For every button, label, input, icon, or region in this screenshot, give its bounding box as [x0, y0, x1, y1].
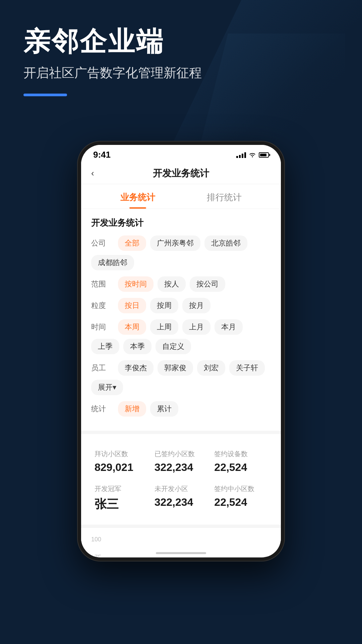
filter-tag-lastweek[interactable]: 上周: [150, 319, 178, 335]
filter-tag-thismonth[interactable]: 本月: [215, 319, 243, 335]
stat-item-1: 已签约小区数 322,234: [151, 444, 211, 479]
filter-label-time: 时间: [91, 322, 111, 332]
phone-frame: 9:41: [77, 141, 285, 561]
status-icons: [236, 152, 269, 158]
content-divider-1: [81, 431, 281, 434]
tab-business-stats[interactable]: 业务统计: [95, 184, 181, 209]
wifi-icon: [249, 152, 256, 158]
filter-tag-byday[interactable]: 按日: [118, 298, 146, 313]
stat-label-4: 未开发小区: [155, 484, 208, 493]
stat-label-2: 签约设备数: [214, 449, 267, 459]
filter-row-granularity: 粒度 按日 按周 按月: [91, 298, 271, 313]
filter-label-scope: 范围: [91, 279, 111, 289]
back-button[interactable]: ‹: [91, 168, 94, 178]
app-content: ‹ 开发业务统计 业务统计 排行统计 开发业务统计 公司 全部 广州亲粤邻: [81, 163, 281, 556]
main-title: 亲邻企业端: [23, 27, 339, 56]
filter-tag-byperson[interactable]: 按人: [158, 276, 186, 292]
signal-bar-4: [244, 152, 246, 158]
filter-tag-gz[interactable]: 广州亲粤邻: [150, 235, 200, 251]
blue-accent-bar: [23, 94, 67, 96]
filter-label-statstype: 统计: [91, 404, 111, 414]
filter-tag-lastmonth[interactable]: 上月: [182, 319, 210, 335]
filter-row-employee: 员工 李俊杰 郭家俊 刘宏 关子轩 展开▾: [91, 360, 271, 395]
stat-item-4: 未开发小区 322,234: [151, 479, 211, 518]
filter-tag-emp4[interactable]: 关子轩: [229, 360, 265, 376]
y-label-100: 100: [91, 536, 101, 543]
signal-bar-3: [242, 154, 243, 158]
filter-tag-bymonth[interactable]: 按月: [182, 298, 210, 313]
y-label-75: 75: [91, 554, 101, 556]
filter-row-company: 公司 全部 广州亲粤邻 北京皓邻 成都皓邻: [91, 235, 271, 270]
stat-label-5: 签约中小区数: [214, 484, 267, 493]
stat-label-0: 拜访小区数: [95, 449, 148, 459]
stats-section: 拜访小区数 829,021 已签约小区数 322,234 签约设备数 22,52…: [81, 437, 281, 525]
stat-label-1: 已签约小区数: [155, 449, 208, 459]
stat-value-5: 22,524: [214, 496, 267, 508]
subtitle: 开启社区广告数字化管理新征程: [23, 64, 339, 82]
filter-tag-custom[interactable]: 自定义: [156, 339, 191, 354]
chart-y-axis: 100 75 50 25: [91, 536, 101, 556]
filter-row-scope: 范围 按时间 按人 按公司: [91, 276, 271, 292]
stat-item-5: 签约中小区数 22,524: [211, 479, 271, 518]
filter-tag-thisseason[interactable]: 本季: [123, 339, 152, 354]
filter-tag-bycompany[interactable]: 按公司: [190, 276, 225, 292]
filter-tag-emp2[interactable]: 郭家俊: [158, 360, 193, 376]
filter-section-title: 开发业务统计: [91, 217, 271, 229]
header-section: 亲邻企业端 开启社区广告数字化管理新征程: [23, 27, 339, 96]
filter-label-company: 公司: [91, 238, 111, 248]
content-divider-2: [81, 525, 281, 528]
filter-tag-byweek[interactable]: 按周: [150, 298, 178, 313]
battery-fill: [260, 154, 266, 156]
battery-icon: [259, 152, 269, 158]
stat-value-2: 22,524: [214, 461, 267, 474]
phone-screen: 9:41: [81, 145, 281, 557]
filter-tag-emp1[interactable]: 李俊杰: [118, 360, 154, 376]
filter-tag-cd[interactable]: 成都皓邻: [91, 255, 134, 270]
stat-value-4: 322,234: [155, 496, 208, 508]
stat-value-1: 322,234: [155, 461, 208, 474]
signal-bar-1: [236, 156, 238, 158]
filter-label-employee: 员工: [91, 363, 111, 373]
nav-bar: ‹ 开发业务统计: [81, 163, 281, 184]
stat-label-3: 开发冠军: [95, 484, 148, 493]
filter-row-time: 时间 本周 上周 上月 本月 上季 本季 自定义: [91, 319, 271, 354]
tab-ranking-stats[interactable]: 排行统计: [181, 184, 267, 209]
filter-label-granularity: 粒度: [91, 301, 111, 311]
filter-tag-bj[interactable]: 北京皓邻: [204, 235, 247, 251]
status-time: 9:41: [93, 150, 111, 160]
filter-tag-thisweek[interactable]: 本周: [118, 319, 146, 335]
stat-item-0: 拜访小区数 829,021: [91, 444, 151, 479]
nav-title: 开发业务统计: [153, 167, 209, 180]
stat-value-0: 829,021: [95, 461, 148, 474]
stat-item-3: 开发冠军 张三: [91, 479, 151, 518]
filter-tag-lastseason[interactable]: 上季: [91, 339, 119, 354]
filter-section: 开发业务统计 公司 全部 广州亲粤邻 北京皓邻 成都皓邻 范围 按时间 按人: [81, 209, 281, 431]
signal-icon: [236, 152, 246, 158]
stats-grid: 拜访小区数 829,021 已签约小区数 322,234 签约设备数 22,52…: [91, 444, 271, 518]
home-indicator: [156, 552, 206, 554]
filter-tag-all[interactable]: 全部: [118, 235, 146, 251]
filter-tag-bytime[interactable]: 按时间: [118, 276, 154, 292]
tabs-bar: 业务统计 排行统计: [81, 184, 281, 209]
signal-bar-2: [239, 155, 241, 158]
filter-row-statstype: 统计 新增 累计: [91, 401, 271, 417]
filter-tag-new[interactable]: 新增: [118, 401, 146, 417]
filter-tag-cumulative[interactable]: 累计: [150, 401, 178, 417]
stat-item-2: 签约设备数 22,524: [211, 444, 271, 479]
filter-tag-expand[interactable]: 展开▾: [91, 380, 123, 395]
filter-tag-emp3[interactable]: 刘宏: [197, 360, 225, 376]
status-bar: 9:41: [81, 145, 281, 163]
phone-mockup: 9:41: [77, 141, 285, 561]
stat-value-3: 张三: [95, 496, 148, 513]
svg-point-0: [252, 156, 253, 157]
